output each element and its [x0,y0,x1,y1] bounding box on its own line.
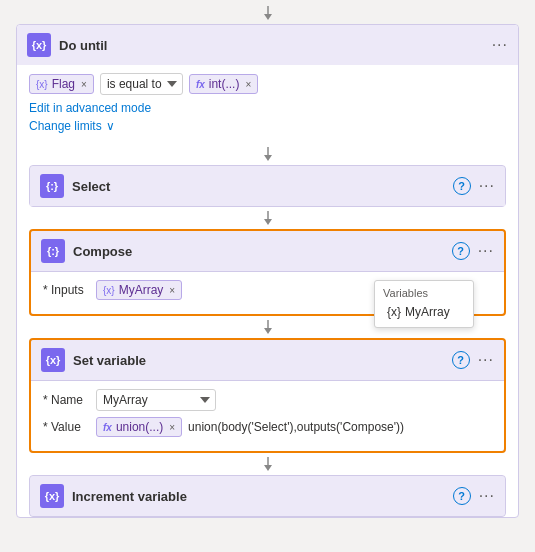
do-until-icon: {x} [27,33,51,57]
change-limits-chevron: ∨ [106,119,115,133]
svg-marker-1 [264,14,272,20]
myarray-token-close[interactable]: × [169,285,175,296]
compose-block: {:} Compose ? ··· * Inputs {x} MyArray × [29,229,506,316]
change-limits[interactable]: Change limits ∨ [29,119,506,133]
flag-token-label: Flag [52,77,75,91]
int-token-label: int(...) [209,77,240,91]
set-variable-block: {x} Set variable ? ··· * Name MyArray * … [29,338,506,453]
increment-header: {x} Increment variable ? ··· [30,476,505,516]
connector-4 [17,453,518,475]
select-help-icon[interactable]: ? [453,177,471,195]
myarray-token-icon: {x} [103,285,115,296]
value-label: * Value [43,420,88,434]
increment-menu[interactable]: ··· [479,487,495,505]
select-block: {:} Select ? ··· [29,165,506,207]
connector-1 [17,143,518,165]
compose-header: {:} Compose ? ··· [31,231,504,271]
change-limits-label: Change limits [29,119,102,133]
union-token-close[interactable]: × [169,422,175,433]
do-until-header: {x} Do until ··· [17,25,518,65]
flag-token[interactable]: {x} Flag × [29,74,94,94]
select-title: Select [72,179,445,194]
select-icon: {:} [40,174,64,198]
myarray-token-label: MyArray [119,283,164,297]
edit-advanced-link[interactable]: Edit in advanced mode [29,101,506,115]
setvar-help-icon[interactable]: ? [452,351,470,369]
compose-menu[interactable]: ··· [478,242,494,260]
variables-dropdown-item[interactable]: {x} MyArray [383,303,465,321]
value-row: * Value fx union(...) × union(body('Sele… [43,417,492,437]
value-content: fx union(...) × union(body('Select'),out… [96,417,404,437]
increment-title: Increment variable [72,489,445,504]
flag-token-close[interactable]: × [81,79,87,90]
variables-dropdown-title: Variables [383,287,465,299]
do-until-body: {x} Flag × is equal to fx int(...) × Edi… [17,65,518,143]
flag-token-icon: {x} [36,79,48,90]
name-select[interactable]: MyArray [96,389,216,411]
connector-2 [17,207,518,229]
setvar-title: Set variable [73,353,444,368]
page-wrapper: {x} Do until ··· {x} Flag × is equal to … [0,0,535,518]
compose-body: * Inputs {x} MyArray × Variables {x} MyA… [31,271,504,314]
svg-marker-9 [264,465,272,471]
svg-marker-5 [264,219,272,225]
setvar-body: * Name MyArray * Value fx union(...) × u… [31,380,504,451]
union-fx-icon: fx [103,422,112,433]
condition-select[interactable]: is equal to [100,73,183,95]
myarray-token[interactable]: {x} MyArray × [96,280,182,300]
increment-help-icon[interactable]: ? [453,487,471,505]
var-item-label: MyArray [405,305,450,319]
name-label: * Name [43,393,88,407]
setvar-menu[interactable]: ··· [478,351,494,369]
int-fx-icon: fx [196,79,205,90]
setvar-header: {x} Set variable ? ··· [31,340,504,380]
var-item-icon: {x} [387,305,401,319]
variables-dropdown: Variables {x} MyArray [374,280,474,328]
top-connector-arrow [0,0,535,24]
union-expression: union(body('Select'),outputs('Compose')) [188,420,404,434]
int-token[interactable]: fx int(...) × [189,74,258,94]
compose-help-icon[interactable]: ? [452,242,470,260]
do-until-menu[interactable]: ··· [492,36,508,54]
int-token-close[interactable]: × [245,79,251,90]
compose-title: Compose [73,244,444,259]
do-until-block: {x} Do until ··· {x} Flag × is equal to … [16,24,519,518]
compose-icon: {:} [41,239,65,263]
svg-marker-7 [264,328,272,334]
condition-row: {x} Flag × is equal to fx int(...) × [29,73,506,95]
svg-marker-3 [264,155,272,161]
select-menu[interactable]: ··· [479,177,495,195]
union-token-label: union(...) [116,420,163,434]
setvar-icon: {x} [41,348,65,372]
do-until-title: Do until [59,38,484,53]
union-token[interactable]: fx union(...) × [96,417,182,437]
increment-block: {x} Increment variable ? ··· [29,475,506,517]
name-row: * Name MyArray [43,389,492,411]
select-header: {:} Select ? ··· [30,166,505,206]
inputs-label: * Inputs [43,283,88,297]
increment-icon: {x} [40,484,64,508]
